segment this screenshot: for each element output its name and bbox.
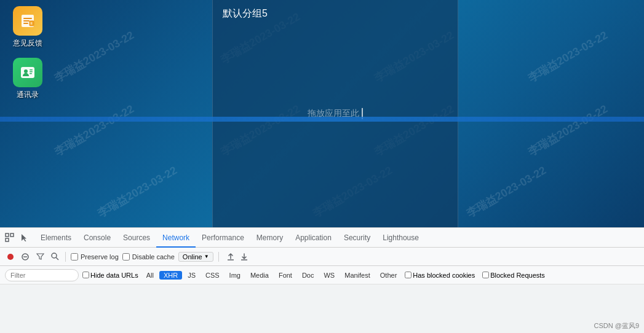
type-btn-font[interactable]: Font	[274, 271, 296, 280]
tab-sources[interactable]: Sources	[117, 228, 156, 248]
preserve-log-label: Preserve log	[81, 253, 119, 261]
svg-rect-6	[30, 73, 32, 74]
hide-data-urls-input[interactable]	[82, 272, 89, 278]
throttle-arrow-icon: ▼	[204, 254, 209, 259]
group-title: 默认分组5	[213, 0, 458, 28]
type-btn-doc[interactable]: Doc	[298, 271, 319, 280]
tab-performance[interactable]: Performance	[196, 228, 250, 248]
disable-cache-label: Disable cache	[132, 253, 175, 261]
tab-lighthouse[interactable]: Lighthouse	[376, 228, 425, 248]
svg-rect-2	[21, 67, 34, 78]
svg-rect-4	[30, 69, 33, 71]
hide-data-urls-label: Hide data URLs	[90, 272, 138, 279]
inspect-icon[interactable]	[2, 230, 17, 245]
watermark: 李瑞益2023-03-22	[95, 163, 180, 221]
feedback-icon-img	[13, 6, 42, 36]
upload-button[interactable]	[225, 251, 236, 262]
devtools-toolbar: Preserve log Disable cache Online ▼	[0, 248, 644, 266]
desktop-icons: 意见反馈 通讯录	[6, 6, 49, 100]
watermark: 李瑞益2023-03-22	[525, 101, 611, 159]
devtools-panel: Elements Console Sources Network Perform…	[0, 227, 644, 333]
desktop: 李瑞益2023-03-22 李瑞益2023-03-22 李瑞益2023-03-2…	[0, 0, 644, 227]
tab-icons	[2, 230, 32, 245]
svg-rect-8	[6, 238, 9, 241]
contacts-label: 通讯录	[17, 90, 39, 100]
download-button[interactable]	[239, 251, 250, 262]
type-filter-buttons: All XHR JS CSS Img Media Font Doc WS Man…	[142, 271, 402, 280]
svg-rect-9	[10, 233, 14, 237]
tab-security[interactable]: Security	[338, 228, 376, 248]
type-btn-img[interactable]: Img	[225, 271, 245, 280]
hide-data-urls-checkbox[interactable]: Hide data URLs	[82, 272, 138, 279]
watermark: 李瑞益2023-03-22	[525, 28, 611, 85]
divider2	[218, 252, 219, 262]
svg-line-14	[56, 257, 58, 260]
watermark: 李瑞益2023-03-22	[464, 163, 549, 221]
disable-cache-input[interactable]	[122, 253, 130, 261]
type-btn-all[interactable]: All	[142, 271, 158, 280]
devtools-tabs: Elements Console Sources Network Perform…	[0, 228, 644, 248]
stop-button[interactable]	[20, 251, 31, 262]
filter-icon[interactable]	[34, 251, 46, 262]
search-icon[interactable]	[49, 251, 60, 262]
csdn-credit: CSDN @蓝风9	[594, 321, 639, 331]
blocked-requests-input[interactable]	[482, 272, 489, 278]
contacts-icon[interactable]: 通讯录	[6, 58, 49, 100]
group-panel: 默认分组5 拖放应用至此	[212, 0, 458, 227]
preserve-log-checkbox[interactable]: Preserve log	[71, 253, 119, 261]
type-btn-ws[interactable]: WS	[319, 271, 339, 280]
tab-console[interactable]: Console	[78, 228, 117, 248]
feedback-label: 意见反馈	[13, 38, 42, 49]
tab-elements[interactable]: Elements	[34, 228, 78, 248]
cursor-icon[interactable]	[17, 230, 32, 245]
divider	[65, 252, 66, 262]
has-blocked-cookies-label: Has blocked cookies	[413, 272, 475, 279]
feedback-icon[interactable]: 意见反馈	[6, 6, 49, 49]
tab-memory[interactable]: Memory	[250, 228, 289, 248]
throttle-value: Online	[183, 253, 202, 261]
extra-filter-checkboxes: Has blocked cookies Blocked Requests	[405, 272, 545, 279]
svg-point-10	[7, 254, 14, 260]
watermark: 李瑞益2023-03-22	[52, 101, 137, 159]
has-blocked-cookies-input[interactable]	[405, 272, 411, 278]
blue-band	[0, 117, 644, 122]
upload-download	[225, 251, 250, 262]
type-btn-media[interactable]: Media	[246, 271, 273, 280]
tab-network[interactable]: Network	[156, 228, 196, 248]
type-btn-js[interactable]: JS	[183, 271, 200, 280]
svg-rect-7	[6, 233, 9, 237]
svg-rect-1	[30, 21, 34, 26]
throttle-selector[interactable]: Online ▼	[178, 252, 213, 262]
filter-input[interactable]	[5, 269, 79, 281]
watermark: 李瑞益2023-03-22	[52, 28, 137, 85]
has-blocked-cookies-checkbox[interactable]: Has blocked cookies	[405, 272, 475, 279]
svg-point-3	[24, 69, 28, 73]
filter-checkboxes: Hide data URLs	[82, 272, 138, 279]
blocked-requests-checkbox[interactable]: Blocked Requests	[482, 272, 545, 279]
type-btn-other[interactable]: Other	[376, 271, 402, 280]
disable-cache-checkbox[interactable]: Disable cache	[122, 253, 175, 261]
svg-rect-5	[30, 71, 33, 72]
record-button[interactable]	[5, 251, 16, 262]
type-btn-manifest[interactable]: Manifest	[340, 271, 375, 280]
blocked-requests-label: Blocked Requests	[490, 272, 545, 279]
type-btn-xhr[interactable]: XHR	[159, 271, 182, 280]
preserve-log-input[interactable]	[71, 253, 78, 261]
type-btn-css[interactable]: CSS	[201, 271, 224, 280]
contacts-icon-img	[13, 58, 42, 87]
svg-point-13	[52, 253, 57, 258]
filter-bar: Hide data URLs All XHR JS CSS Img Media …	[0, 266, 644, 284]
tab-application[interactable]: Application	[289, 228, 338, 248]
